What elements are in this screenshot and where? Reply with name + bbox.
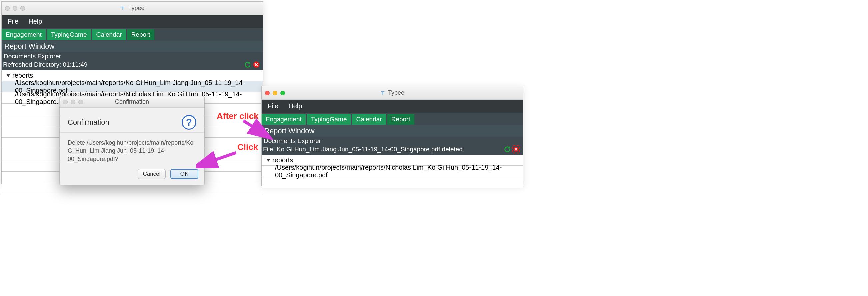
menubar: File Help (2, 15, 263, 28)
app-icon (380, 90, 385, 96)
delete-icon[interactable] (252, 61, 260, 69)
dialog-buttons: Cancel OK (60, 165, 204, 185)
tab-typinggame[interactable]: TypingGame (47, 29, 91, 40)
close-dot[interactable] (5, 6, 10, 11)
refresh-icon[interactable] (244, 61, 252, 69)
dialog-window-controls (63, 100, 83, 104)
tab-calendar[interactable]: Calendar (352, 114, 386, 125)
refreshed-label: Refreshed Directory: 01:11:49 (3, 61, 87, 68)
menu-file[interactable]: File (268, 102, 278, 110)
tabbar: Engagement TypingGame Calendar Report (2, 28, 263, 41)
section-title: Report Window (262, 125, 523, 137)
disclosure-triangle-icon[interactable] (6, 74, 10, 77)
window-controls (5, 6, 25, 11)
close-dot[interactable] (265, 91, 270, 95)
right-window: Typee File Help Engagement TypingGame Ca… (261, 86, 523, 186)
svg-line-3 (199, 153, 236, 165)
file-tree: reports /Users/kogihun/projects/main/rep… (262, 155, 523, 188)
question-mark-icon: ? (182, 115, 196, 130)
app-title-text: Typee (128, 5, 144, 12)
arrow-after-click-icon (240, 117, 273, 141)
window-controls (265, 91, 285, 95)
minimize-dot[interactable] (13, 6, 17, 11)
documents-explorer-label: Documents Explorer (2, 52, 263, 60)
tab-report[interactable]: Report (127, 29, 154, 40)
deleted-status: File: Ko Gi Hun_Lim Jiang Jun_05-11-19_1… (263, 146, 464, 153)
titlebar[interactable]: Typee (262, 86, 523, 100)
arrow-click-icon (196, 151, 239, 171)
tab-calendar[interactable]: Calendar (92, 29, 126, 40)
tab-typinggame[interactable]: TypingGame (307, 114, 351, 125)
dialog-title: Confirmation (115, 98, 149, 105)
minimize-dot[interactable] (273, 91, 277, 95)
tree-root-label: reports (12, 72, 33, 79)
close-dot[interactable] (63, 100, 68, 104)
menu-help[interactable]: Help (28, 18, 42, 25)
tab-report[interactable]: Report (388, 114, 414, 125)
app-title-text: Typee (388, 89, 404, 96)
tab-engagement[interactable]: Engagement (2, 29, 46, 40)
disclosure-triangle-icon[interactable] (266, 159, 270, 162)
zoom-dot[interactable] (78, 100, 83, 104)
cancel-button[interactable]: Cancel (138, 169, 166, 179)
dialog-heading: Confirmation (68, 118, 109, 127)
menu-file[interactable]: File (8, 18, 18, 25)
menu-help[interactable]: Help (288, 102, 302, 110)
section-title: Report Window (2, 41, 263, 52)
window-title: Typee (380, 89, 404, 96)
annotation-click: Click (237, 142, 258, 152)
window-title: Typee (120, 5, 144, 12)
file-row[interactable]: /Users/kogihun/projects/main/reports/Nic… (262, 166, 523, 177)
app-icon (120, 6, 125, 11)
tree-root-label: reports (272, 156, 293, 164)
titlebar[interactable]: Typee (2, 2, 263, 15)
tabbar: Engagement TypingGame Calendar Report (262, 113, 523, 125)
zoom-dot[interactable] (280, 91, 285, 95)
ok-button[interactable]: OK (170, 169, 198, 179)
svg-line-2 (243, 121, 267, 136)
dialog-titlebar[interactable]: Confirmation (60, 96, 204, 108)
status-row: File: Ko Gi Hun_Lim Jiang Jun_05-11-19_1… (262, 145, 523, 155)
menubar: File Help (262, 100, 523, 113)
minimize-dot[interactable] (71, 100, 75, 104)
delete-icon[interactable] (512, 145, 520, 153)
documents-explorer-label: Documents Explorer (262, 137, 523, 145)
refresh-icon[interactable] (503, 145, 512, 153)
dialog-message: Delete /Users/kogihun/projects/main/repo… (60, 133, 204, 165)
dialog-header-row: Confirmation ? (60, 108, 204, 133)
status-row: Refreshed Directory: 01:11:49 (2, 60, 263, 70)
zoom-dot[interactable] (20, 6, 25, 11)
confirmation-dialog: Confirmation Confirmation ? Delete /User… (59, 96, 205, 185)
file-path: /Users/kogihun/projects/main/reports/Nic… (275, 164, 509, 179)
